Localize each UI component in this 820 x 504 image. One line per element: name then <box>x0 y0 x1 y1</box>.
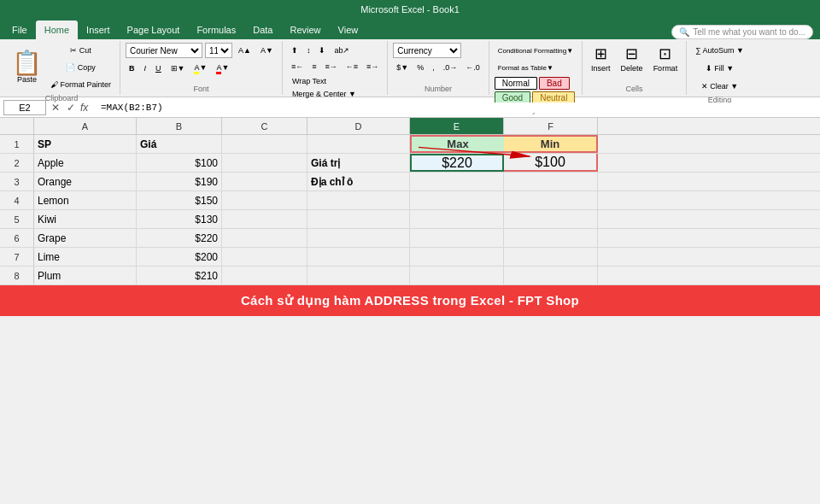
border-button[interactable]: ⊞▼ <box>167 61 189 76</box>
cell-e4[interactable] <box>410 191 504 209</box>
cell-d8[interactable] <box>308 267 410 284</box>
align-middle-button[interactable]: ↕ <box>303 43 314 58</box>
fill-color-button[interactable]: A▼ <box>190 61 210 76</box>
cell-a4[interactable]: Lemon <box>34 191 137 209</box>
cell-f3[interactable] <box>504 173 598 190</box>
cell-d2[interactable]: Giá trị <box>308 154 410 172</box>
cell-c1[interactable] <box>222 135 308 153</box>
cell-b7[interactable]: $200 <box>137 248 222 266</box>
inc-decimal-button[interactable]: .0→ <box>440 60 461 75</box>
cell-a6[interactable]: Grape <box>34 229 137 247</box>
cell-e8[interactable] <box>410 267 504 284</box>
col-header-a[interactable]: A <box>34 118 137 134</box>
tab-home[interactable]: Home <box>36 21 78 39</box>
format-button[interactable]: ⊡ Format <box>650 43 682 74</box>
tab-formulas[interactable]: Formulas <box>188 21 244 39</box>
cell-c4[interactable] <box>222 191 308 209</box>
format-as-table-button[interactable]: Format as Table▼ <box>495 60 557 75</box>
cell-d6[interactable] <box>308 229 410 247</box>
cell-d7[interactable] <box>308 248 410 266</box>
cell-f8[interactable] <box>504 267 598 284</box>
cell-e7[interactable] <box>410 248 504 266</box>
cell-e6[interactable] <box>410 229 504 247</box>
cell-f7[interactable] <box>504 248 598 266</box>
tell-me-box[interactable]: 🔍 Tell me what you want to do... <box>671 25 813 39</box>
cell-b6[interactable]: $220 <box>137 229 222 247</box>
cell-c6[interactable] <box>222 229 308 247</box>
bold-button[interactable]: B <box>126 61 138 76</box>
style-bad-chip[interactable]: Bad <box>539 77 570 90</box>
tab-data[interactable]: Data <box>244 21 281 39</box>
col-header-f[interactable]: F <box>504 118 598 134</box>
tab-view[interactable]: View <box>330 21 367 39</box>
wrap-text-button[interactable]: Wrap Text <box>288 75 331 87</box>
tab-insert[interactable]: Insert <box>78 21 119 39</box>
delete-button[interactable]: ⊟ Delete <box>618 43 647 74</box>
style-normal-chip[interactable]: Normal <box>495 77 537 90</box>
cell-c7[interactable] <box>222 248 308 266</box>
cell-d4[interactable] <box>308 191 410 209</box>
number-format-select[interactable]: Currency General Number Percentage <box>393 43 461 58</box>
cell-a1[interactable]: SP <box>34 135 137 153</box>
copy-button[interactable]: 📄 Copy <box>47 60 114 75</box>
font-name-select[interactable]: Courier New Arial <box>126 43 202 58</box>
tab-review[interactable]: Review <box>281 21 329 39</box>
currency-button[interactable]: $▼ <box>393 60 412 75</box>
cell-b2[interactable]: $100 <box>137 154 222 172</box>
cell-e3[interactable] <box>410 173 504 190</box>
formula-input[interactable] <box>101 103 817 113</box>
text-angle-button[interactable]: ab↗ <box>331 43 353 58</box>
col-header-d[interactable]: D <box>308 118 410 134</box>
align-center-button[interactable]: ≡ <box>308 59 319 74</box>
percent-button[interactable]: % <box>413 60 427 75</box>
format-painter-button[interactable]: 🖌 Format Painter <box>47 77 114 92</box>
decrease-font-button[interactable]: A▼ <box>257 43 277 58</box>
cell-e1[interactable]: Max <box>410 135 504 153</box>
cell-ref-input[interactable] <box>3 100 46 115</box>
cell-e5[interactable] <box>410 210 504 228</box>
align-top-button[interactable]: ⬆ <box>288 43 302 58</box>
cell-c8[interactable] <box>222 267 308 284</box>
font-color-button[interactable]: A▼ <box>213 61 232 76</box>
cell-f5[interactable] <box>504 210 598 228</box>
align-bottom-button[interactable]: ⬇ <box>315 43 329 58</box>
align-left-button[interactable]: ≡← <box>288 59 307 74</box>
cell-b8[interactable]: $210 <box>137 267 222 284</box>
cell-a8[interactable]: Plum <box>34 267 137 284</box>
italic-button[interactable]: I <box>141 61 150 76</box>
conditional-formatting-button[interactable]: Conditional Formatting▼ <box>495 43 577 58</box>
tab-page-layout[interactable]: Page Layout <box>119 21 189 39</box>
cell-f1[interactable]: Min <box>504 135 598 153</box>
col-header-c[interactable]: C <box>222 118 308 134</box>
cell-f6[interactable] <box>504 229 598 247</box>
cell-a7[interactable]: Lime <box>34 248 137 266</box>
col-header-e[interactable]: E <box>410 118 504 134</box>
indent-inc-button[interactable]: ≡→ <box>363 59 382 74</box>
cell-b3[interactable]: $190 <box>137 173 222 190</box>
cell-a3[interactable]: Orange <box>34 173 137 190</box>
cut-button[interactable]: ✂ Cut <box>47 43 114 58</box>
tab-file[interactable]: File <box>3 21 36 39</box>
cell-a5[interactable]: Kiwi <box>34 210 137 228</box>
align-right-button[interactable]: ≡→ <box>321 59 340 74</box>
cell-b4[interactable]: $150 <box>137 191 222 209</box>
cancel-formula-button[interactable]: ✕ <box>50 102 62 114</box>
underline-button[interactable]: U <box>152 61 165 76</box>
clear-button[interactable]: ✕ Clear ▼ <box>692 79 747 94</box>
fill-button[interactable]: ⬇ Fill ▼ <box>692 61 747 76</box>
cell-f4[interactable] <box>504 191 598 209</box>
cell-c5[interactable] <box>222 210 308 228</box>
autosum-button[interactable]: ∑ AutoSum ▼ <box>692 43 747 58</box>
cell-e2[interactable]: $220 <box>410 154 504 172</box>
font-size-select[interactable]: 11 12 14 <box>205 43 232 58</box>
cell-b5[interactable]: $130 <box>137 210 222 228</box>
cell-b1[interactable]: Giá <box>137 135 222 153</box>
indent-dec-button[interactable]: ←≡ <box>343 59 361 74</box>
col-header-b[interactable]: B <box>137 118 222 134</box>
increase-font-button[interactable]: A▲ <box>235 43 255 58</box>
paste-button[interactable]: 📋 Paste <box>9 50 45 85</box>
cell-d3[interactable]: Địa chỉ ô <box>308 173 410 190</box>
cell-c2[interactable] <box>222 154 308 172</box>
cell-a2[interactable]: Apple <box>34 154 137 172</box>
cell-c3[interactable] <box>222 173 308 190</box>
